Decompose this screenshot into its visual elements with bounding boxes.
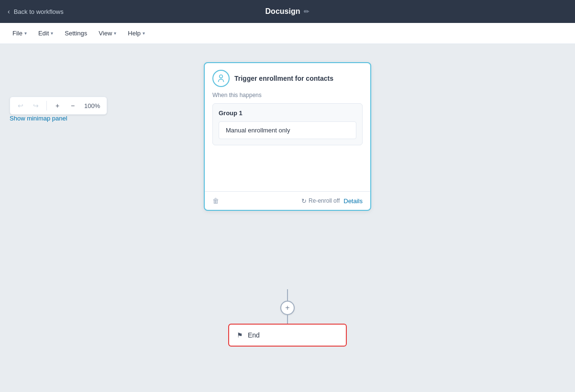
group-box: Group 1 Manual enrollment only	[212, 103, 363, 145]
trigger-icon-wrap	[212, 70, 230, 87]
person-icon	[216, 74, 226, 83]
menu-settings[interactable]: Settings	[60, 27, 92, 40]
reenroll-text: Re-enroll off	[309, 197, 340, 204]
zoom-in-button[interactable]: +	[51, 99, 64, 112]
end-card[interactable]: ⚑ End	[228, 324, 347, 347]
connector-area: +	[280, 289, 295, 327]
edit-title-icon[interactable]: ✏	[304, 8, 310, 15]
workflow-title: Docusign	[265, 7, 300, 16]
menu-help[interactable]: Help ▾	[123, 27, 150, 40]
menu-help-chevron: ▾	[143, 31, 145, 36]
menu-edit-label: Edit	[38, 30, 49, 37]
enrollment-text: Manual enrollment only	[226, 127, 290, 134]
top-bar: ‹ Back to workflows Docusign ✏	[0, 0, 575, 23]
menu-edit-chevron: ▾	[51, 31, 53, 36]
menu-help-label: Help	[128, 30, 141, 37]
canvas: ↩ ↪ + − 100% Show minimap panel Trigger …	[0, 44, 575, 392]
trigger-card-body: Group 1 Manual enrollment only	[205, 103, 370, 191]
trigger-card-title: Trigger enrollment for contacts	[234, 75, 333, 82]
menu-view-label: View	[99, 30, 112, 37]
details-link[interactable]: Details	[343, 197, 363, 205]
undo-button[interactable]: ↩	[14, 99, 27, 112]
zoom-level: 100%	[81, 102, 103, 109]
back-label: Back to workflows	[14, 8, 64, 15]
zoom-out-button[interactable]: −	[66, 99, 79, 112]
toolbar-separator	[46, 101, 47, 110]
menu-bar: File ▾ Edit ▾ Settings View ▾ Help ▾	[0, 23, 575, 44]
flag-icon: ⚑	[237, 331, 243, 339]
connector-line-top	[287, 289, 288, 301]
redo-button[interactable]: ↪	[29, 99, 43, 112]
footer-left: 🗑	[212, 196, 219, 205]
menu-file-label: File	[12, 30, 22, 37]
end-label: End	[248, 331, 260, 339]
menu-view[interactable]: View ▾	[94, 27, 121, 40]
minimap-link[interactable]: Show minimap panel	[10, 115, 67, 122]
trigger-card-header: Trigger enrollment for contacts	[205, 63, 370, 92]
menu-view-chevron: ▾	[114, 31, 116, 36]
reenroll-icon: ↻	[301, 197, 307, 205]
back-to-workflows-button[interactable]: ‹ Back to workflows	[8, 8, 64, 15]
menu-file[interactable]: File ▾	[8, 27, 32, 40]
back-arrow-icon: ‹	[8, 8, 10, 15]
delete-icon[interactable]: 🗑	[212, 197, 219, 205]
trigger-card-empty-space	[212, 145, 363, 184]
canvas-toolbar: ↩ ↪ + − 100%	[10, 97, 107, 115]
group-title: Group 1	[219, 109, 356, 117]
add-step-button[interactable]: +	[280, 301, 295, 315]
menu-edit[interactable]: Edit ▾	[33, 27, 58, 40]
menu-file-chevron: ▾	[24, 31, 27, 36]
reenroll-label: ↻ Re-enroll off	[301, 197, 340, 205]
trigger-card[interactable]: Trigger enrollment for contacts When thi…	[204, 62, 371, 211]
menu-settings-label: Settings	[65, 30, 87, 37]
workflow-title-area: Docusign ✏	[265, 7, 310, 16]
when-label: When this happens	[205, 92, 370, 103]
trigger-card-footer: 🗑 ↻ Re-enroll off Details	[205, 191, 370, 210]
enrollment-box[interactable]: Manual enrollment only	[219, 121, 356, 139]
svg-point-0	[220, 75, 223, 78]
